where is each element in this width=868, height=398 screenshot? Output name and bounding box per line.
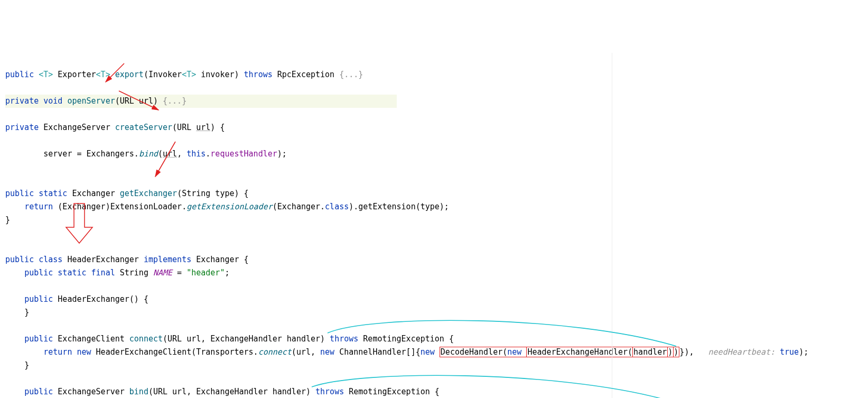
- highlighted-line: private void openServer(URL url) {...}: [5, 95, 397, 108]
- method-name: export: [110, 70, 144, 79]
- class-HeaderExchanger: HeaderExchanger: [67, 255, 144, 264]
- generic: <T>: [39, 70, 53, 79]
- code-line: public ExchangeClient connect(URL url, E…: [5, 334, 454, 344]
- right-margin-guide: [612, 53, 612, 398]
- method-openServer: openServer: [67, 96, 115, 106]
- annotation-box: DecodeHandler(new HeaderExchangeHandler(…: [440, 347, 680, 357]
- fold-marker[interactable]: {...}: [163, 96, 186, 106]
- code-line: public HeaderExchanger() {: [5, 294, 148, 304]
- code-line: private ExchangeServer createServer(URL …: [5, 123, 225, 132]
- method-bind: bind: [129, 387, 148, 396]
- fold-marker[interactable]: {...}: [339, 70, 363, 79]
- code-line: public ExchangeServer bind(URL url, Exch…: [5, 387, 440, 396]
- code-line: public class HeaderExchanger implements …: [5, 255, 249, 264]
- code-line: public static Exchanger getExchanger(Str…: [5, 189, 249, 198]
- code-line: }: [5, 360, 29, 370]
- inlay-hint: needHeartbeat:: [708, 347, 775, 357]
- annotation-box-inner: HeaderExchangeHandler(handler): [526, 347, 674, 357]
- code-line: public <T> Exporter<T> export(Invoker<T>…: [5, 70, 363, 79]
- code-line: return (Exchanger)ExtensionLoader.getExt…: [5, 202, 449, 211]
- code-line: return new HeaderExchangeClient(Transpor…: [5, 347, 808, 357]
- code-line: public static final String NAME = "heade…: [5, 268, 229, 277]
- code-line: server = Exchangers.bind(url, this.reque…: [5, 149, 287, 159]
- code-editor[interactable]: public <T> Exporter<T> export(Invoker<T>…: [0, 53, 868, 398]
- method-createServer: createServer: [115, 123, 172, 132]
- code-line: }: [5, 215, 10, 225]
- annotation-box-handler: handler: [632, 347, 668, 357]
- keyword: public: [5, 70, 34, 79]
- method-getExchanger: getExchanger: [120, 189, 177, 198]
- method-connect: connect: [129, 334, 163, 344]
- code-line: }: [5, 308, 29, 317]
- arrow-annotation: [155, 142, 175, 177]
